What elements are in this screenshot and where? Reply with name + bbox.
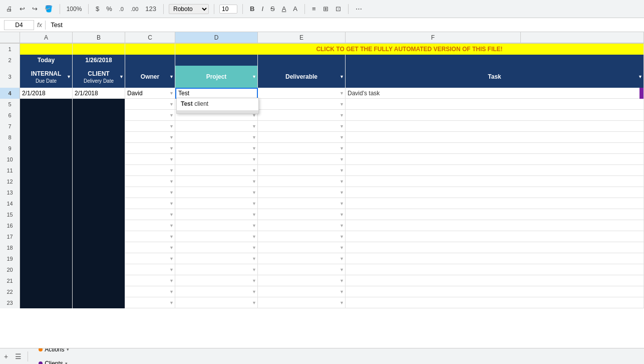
dropdown-e12-icon[interactable]: ▼ xyxy=(340,179,344,184)
filter-f-icon[interactable]: ▼ xyxy=(638,74,642,79)
cell-b8[interactable] xyxy=(73,132,125,143)
filter-e-icon[interactable]: ▼ xyxy=(340,74,344,79)
cell-f7[interactable] xyxy=(346,121,644,132)
cell-a6[interactable] xyxy=(20,110,73,121)
filter-c-icon[interactable]: ▼ xyxy=(169,74,174,79)
col-header-f[interactable]: F xyxy=(346,32,521,43)
dropdown-d7-icon[interactable]: ▼ xyxy=(252,124,256,129)
cell-f11[interactable] xyxy=(346,165,644,176)
cell-d3[interactable]: Project ▼ xyxy=(175,66,258,88)
cell-c4[interactable]: David ▼ xyxy=(125,88,175,99)
number-format-button[interactable]: 123 xyxy=(143,4,158,14)
dropdown-e8-icon[interactable]: ▼ xyxy=(340,135,344,140)
cell-f21[interactable] xyxy=(346,275,644,286)
cell-d14[interactable]: ▼ xyxy=(175,198,258,209)
cell-e23[interactable]: ▼ xyxy=(258,297,346,308)
cell-d11[interactable]: ▼ xyxy=(175,165,258,176)
dropdown-c15-icon[interactable]: ▼ xyxy=(169,212,174,217)
cell-c13[interactable]: ▼ xyxy=(125,187,175,198)
cell-b7[interactable] xyxy=(73,121,125,132)
cell-b22[interactable] xyxy=(73,286,125,297)
cell-b19[interactable] xyxy=(73,253,125,264)
cell-e2[interactable] xyxy=(258,55,346,66)
cell-d22[interactable]: ▼ xyxy=(175,286,258,297)
underline-button[interactable]: A xyxy=(280,4,288,14)
cell-a1[interactable] xyxy=(20,44,73,55)
cell-a8[interactable] xyxy=(20,132,73,143)
cell-c5[interactable]: ▼ xyxy=(125,99,175,110)
cell-d2[interactable] xyxy=(175,55,258,66)
cell-e14[interactable]: ▼ xyxy=(258,198,346,209)
dropdown-d21-icon[interactable]: ▼ xyxy=(252,278,256,283)
cell-c3[interactable]: Owner ▼ xyxy=(125,66,175,88)
cell-b13[interactable] xyxy=(73,187,125,198)
cell-d16[interactable]: ▼ xyxy=(175,220,258,231)
dropdown-d20-icon[interactable]: ▼ xyxy=(252,267,256,272)
cell-e5[interactable]: ▼ xyxy=(258,99,346,110)
dropdown-c7-icon[interactable]: ▼ xyxy=(169,124,174,129)
cell-e12[interactable]: ▼ xyxy=(258,176,346,187)
strikethrough-button[interactable]: S xyxy=(268,4,277,14)
cell-c9[interactable]: ▼ xyxy=(125,143,175,154)
cell-e22[interactable]: ▼ xyxy=(258,286,346,297)
cell-a12[interactable] xyxy=(20,176,73,187)
cell-b9[interactable] xyxy=(73,143,125,154)
cell-b4[interactable]: 2/1/2018 xyxy=(73,88,125,99)
dropdown-e22-icon[interactable]: ▼ xyxy=(340,289,344,294)
cell-a22[interactable] xyxy=(20,286,73,297)
cell-a19[interactable] xyxy=(20,253,73,264)
print-button[interactable]: 🖨 xyxy=(4,4,15,14)
dropdown-d10-icon[interactable]: ▼ xyxy=(252,157,256,162)
dropdown-d12-icon[interactable]: ▼ xyxy=(252,179,256,184)
dropdown-e7-icon[interactable]: ▼ xyxy=(340,124,344,129)
sheets-list-button[interactable]: ☰ xyxy=(13,351,24,361)
cell-b5[interactable] xyxy=(73,99,125,110)
dropdown-e20-icon[interactable]: ▼ xyxy=(340,267,344,272)
align-left-button[interactable]: ≡ xyxy=(310,4,318,14)
dropdown-c16-icon[interactable]: ▼ xyxy=(169,223,174,228)
cell-a9[interactable] xyxy=(20,143,73,154)
col-header-e[interactable]: E xyxy=(258,32,346,43)
dropdown-c20-icon[interactable]: ▼ xyxy=(169,267,174,272)
cell-a20[interactable] xyxy=(20,264,73,275)
dropdown-e21-icon[interactable]: ▼ xyxy=(340,278,344,283)
cell-b16[interactable] xyxy=(73,220,125,231)
cell-d10[interactable]: ▼ xyxy=(175,154,258,165)
cell-a18[interactable] xyxy=(20,242,73,253)
cell-d12[interactable]: ▼ xyxy=(175,176,258,187)
cell-b12[interactable] xyxy=(73,176,125,187)
dropdown-c10-icon[interactable]: ▼ xyxy=(169,157,174,162)
cell-c10[interactable]: ▼ xyxy=(125,154,175,165)
percent-button[interactable]: % xyxy=(104,4,114,14)
cell-d4[interactable]: Test client xyxy=(175,88,258,99)
cell-a4[interactable]: 2/1/2018 xyxy=(20,88,73,99)
cell-e21[interactable]: ▼ xyxy=(258,275,346,286)
dropdown-d8-icon[interactable]: ▼ xyxy=(252,135,256,140)
cell-a21[interactable] xyxy=(20,275,73,286)
dropdown-c6-icon[interactable]: ▼ xyxy=(169,113,174,118)
cell-f2[interactable] xyxy=(346,55,644,66)
cell-c8[interactable]: ▼ xyxy=(125,132,175,143)
cell-a2[interactable]: Today xyxy=(20,55,73,66)
cell-b6[interactable] xyxy=(73,110,125,121)
dropdown-d19-icon[interactable]: ▼ xyxy=(252,256,256,261)
paint-format-button[interactable]: 🪣 xyxy=(43,4,55,14)
dropdown-d22-icon[interactable]: ▼ xyxy=(252,289,256,294)
dropdown-e17-icon[interactable]: ▼ xyxy=(340,234,344,239)
col-header-a[interactable]: A xyxy=(20,32,73,43)
cell-f9[interactable] xyxy=(346,143,644,154)
cell-b21[interactable] xyxy=(73,275,125,286)
cell-e4[interactable]: ▼ xyxy=(258,88,346,99)
cell-e8[interactable]: ▼ xyxy=(258,132,346,143)
cell-b11[interactable] xyxy=(73,165,125,176)
cell-c23[interactable]: ▼ xyxy=(125,297,175,308)
cell-f16[interactable] xyxy=(346,220,644,231)
col-header-d[interactable]: D xyxy=(175,32,258,43)
dropdown-c9-icon[interactable]: ▼ xyxy=(169,146,174,151)
cell-d15[interactable]: ▼ xyxy=(175,209,258,220)
dropdown-d13-icon[interactable]: ▼ xyxy=(252,190,256,195)
dropdown-e18-icon[interactable]: ▼ xyxy=(340,245,344,250)
cell-e6[interactable]: ▼ xyxy=(258,110,346,121)
dropdown-c23-icon[interactable]: ▼ xyxy=(169,300,174,305)
cell-b10[interactable] xyxy=(73,154,125,165)
